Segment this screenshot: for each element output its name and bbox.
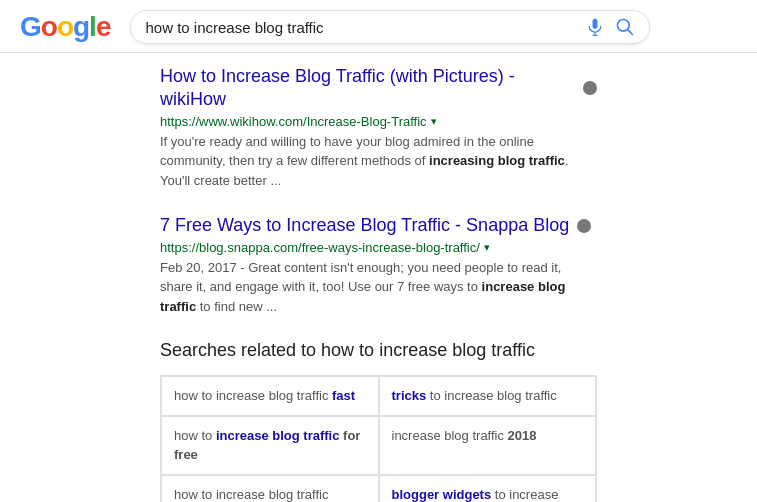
result-gear-icon-1[interactable] — [583, 81, 597, 95]
mic-icon[interactable] — [585, 17, 605, 37]
result-dropdown-1[interactable]: ▾ — [431, 115, 437, 128]
result-snippet-1: If you're ready and willing to have your… — [160, 132, 597, 191]
related-item-2[interactable]: tricks to increase blog traffic — [379, 376, 597, 416]
result-item-1: How to Increase Blog Traffic (with Pictu… — [160, 65, 597, 190]
header: Google — [0, 0, 757, 53]
related-searches-grid: how to increase blog traffic fast tricks… — [160, 375, 597, 502]
result-item-2: 7 Free Ways to Increase Blog Traffic - S… — [160, 214, 597, 316]
result-gear-icon-2[interactable] — [577, 219, 591, 233]
result-url-1: https://www.wikihow.com/Increase-Blog-Tr… — [160, 114, 427, 129]
main-content: How to Increase Blog Traffic (with Pictu… — [0, 53, 757, 502]
result-url-row-2: https://blog.snappa.com/free-ways-increa… — [160, 240, 597, 255]
related-item-5[interactable]: how to increase blog traffic wordpress — [161, 475, 379, 502]
related-item-4[interactable]: increase blog traffic 2018 — [379, 416, 597, 474]
search-input[interactable] — [145, 19, 577, 36]
result-dropdown-2[interactable]: ▾ — [484, 241, 490, 254]
related-searches-section: Searches related to how to increase blog… — [160, 340, 597, 502]
result-title-2[interactable]: 7 Free Ways to Increase Blog Traffic - S… — [160, 214, 569, 237]
result-snippet-2: Feb 20, 2017 - Great content isn't enoug… — [160, 258, 597, 317]
result-title-1[interactable]: How to Increase Blog Traffic (with Pictu… — [160, 65, 575, 112]
related-item-3[interactable]: how to increase blog traffic for free — [161, 416, 379, 474]
google-logo: Google — [20, 11, 110, 43]
result-url-row-1: https://www.wikihow.com/Increase-Blog-Tr… — [160, 114, 597, 129]
search-bar[interactable] — [130, 10, 650, 44]
search-icons — [585, 17, 635, 37]
related-item-1[interactable]: how to increase blog traffic fast — [161, 376, 379, 416]
search-icon[interactable] — [615, 17, 635, 37]
result-url-2: https://blog.snappa.com/free-ways-increa… — [160, 240, 480, 255]
related-item-6[interactable]: blogger widgets to increase traffic — [379, 475, 597, 502]
related-searches-header: Searches related to how to increase blog… — [160, 340, 597, 361]
svg-rect-0 — [593, 19, 598, 29]
svg-line-4 — [628, 30, 633, 35]
